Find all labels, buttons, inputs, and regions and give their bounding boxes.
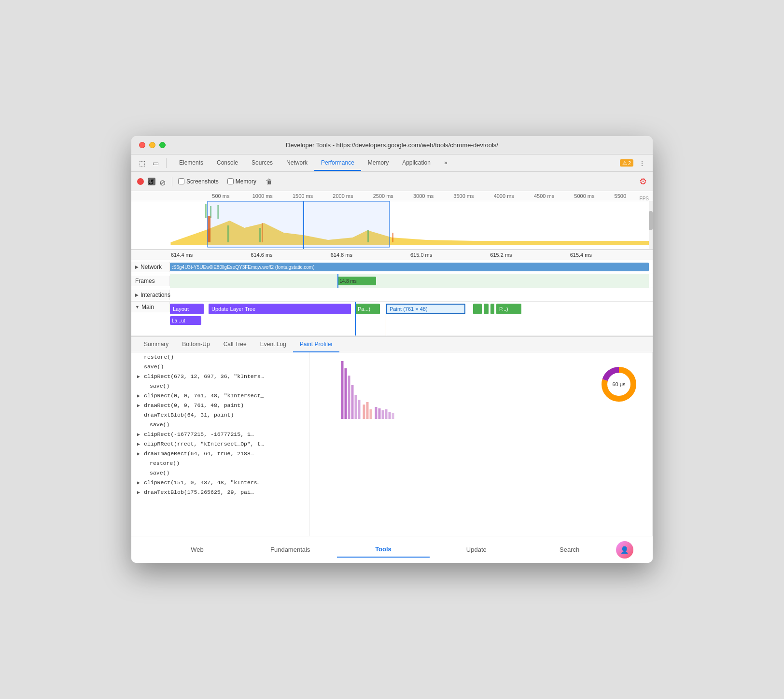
devtools-window: Developer Tools - https://developers.goo… [131,136,653,563]
network-bar-text: :S6g4U3t-Y5UEw0lE80llgEseQY3FEmqw.woff2 … [172,265,315,270]
nav-search[interactable]: Search [523,542,616,557]
green-bar-2[interactable] [484,304,489,314]
paint-1-bar[interactable]: Pa...) [355,304,380,314]
layout-sub-bar[interactable]: La...ut [170,316,201,325]
memory-checkbox[interactable] [227,178,234,184]
green-bar-3[interactable] [490,304,494,314]
svg-rect-15 [355,395,357,419]
main-label-text: Main [141,304,154,310]
timeline-svg [131,201,653,250]
update-layer-tree-bar[interactable]: Update Layer Tree [209,304,351,314]
interactions-track-content[interactable] [170,290,649,300]
frames-track-content[interactable]: 14.8 ms [170,274,649,288]
svg-rect-19 [370,409,372,419]
tab-memory[interactable]: Memory [361,155,395,171]
screenshots-label: Screenshots [186,178,219,185]
svg-rect-21 [378,408,381,419]
delete-icon[interactable]: 🗑 [264,177,274,186]
code-item-1[interactable]: save() [131,362,309,372]
tab-application[interactable]: Application [395,155,437,171]
user-avatar[interactable]: 👤 [616,541,633,559]
nav-fundamentals[interactable]: Fundamentals [244,542,337,557]
record-button[interactable] [137,178,144,185]
nav-tabs: Elements Console Sources Network Perform… [172,155,616,171]
code-item-4[interactable]: ▶ clipRect(0, 0, 761, 48, "kIntersect_ [131,391,309,401]
code-item-3[interactable]: save() [131,381,309,391]
nav-tools[interactable]: Tools [337,542,430,558]
inspect-icon[interactable]: ⬚ [137,158,147,168]
tab-paint-profiler[interactable]: Paint Profiler [293,337,340,352]
reload-record-button[interactable]: ↺ [148,178,155,185]
code-item-2[interactable]: ▶ clipRect(673, 12, 697, 36, "kInters… [131,372,309,381]
timeline-scrollbar[interactable] [649,201,653,249]
timeline-overview[interactable] [131,201,653,250]
svg-rect-14 [351,385,354,419]
paint-2-text: P...) [499,306,508,312]
tab-event-log[interactable]: Event Log [253,337,293,352]
network-track-content[interactable]: :S6g4U3t-Y5UEw0lE80llgEseQY3FEmqw.woff2 … [170,260,649,274]
code-item-7[interactable]: save() [131,420,309,430]
paint-detail-bar[interactable]: Paint (761 × 48) [386,304,465,314]
svg-rect-11 [341,361,344,419]
device-icon[interactable]: ▭ [151,158,160,168]
layout-bar[interactable]: Layout [170,304,204,314]
settings-icon[interactable]: ⚙ [639,176,647,187]
nav-web[interactable]: Web [151,542,244,557]
ruler-mark-5: 2500 ms [371,193,411,199]
code-item-11[interactable]: restore() [131,459,309,468]
tab-summary[interactable]: Summary [137,337,175,352]
scrollbar-thumb[interactable] [649,211,653,230]
code-item-12[interactable]: save() [131,468,309,478]
ruler2-mark-0: 614.4 ms [170,252,250,258]
fps-label: FPS [640,196,649,201]
code-text-8: clipRect(-16777215, -16777215, 1… [144,431,254,437]
frames-track-label: Frames [131,276,170,286]
warning-icon: ⚠ [622,160,627,166]
screenshots-checkbox[interactable] [178,178,184,184]
code-text-7: save() [150,421,169,428]
tab-more[interactable]: » [437,155,454,171]
donut-chart: 60 μs [600,365,638,404]
code-item-8[interactable]: ▶ clipRect(-16777215, -16777215, 1… [131,430,309,439]
ruler-mark-8: 4000 ms [492,193,532,199]
tab-bottom-up[interactable]: Bottom-Up [175,337,216,352]
warning-badge[interactable]: ⚠ 2 [620,159,633,167]
close-button[interactable] [139,142,145,148]
nav-update[interactable]: Update [430,542,523,557]
code-item-13[interactable]: ▶ clipRect(151, 0, 437, 48, "kInters… [131,478,309,488]
code-item-6[interactable]: drawTextBlob(64, 31, paint) [131,410,309,420]
code-item-0[interactable]: restore() [131,352,309,362]
panel-tabs: Summary Bottom-Up Call Tree Event Log Pa… [131,337,653,352]
tab-console[interactable]: Console [210,155,245,171]
ruler2-mark-4: 615.2 ms [489,252,569,258]
code-item-10[interactable]: ▶ drawImageRect(64, 64, true, 2188… [131,449,309,459]
network-expand-icon[interactable]: ▶ [135,265,139,269]
maximize-button[interactable] [159,142,166,148]
ruler-mark-7: 3500 ms [451,193,491,199]
donut-area: 60 μs [590,357,648,411]
tab-elements[interactable]: Elements [172,155,210,171]
paint-detail-text: Paint (761 × 48) [390,306,428,312]
main-expand-icon[interactable]: ▼ [135,305,140,309]
vertical-line-blue [355,302,356,336]
tab-performance[interactable]: Performance [314,155,361,171]
network-track-label: ▶ Network [131,262,170,272]
interactions-expand-icon[interactable]: ▶ [135,293,139,297]
paint-2-bar[interactable]: P...) [496,304,521,314]
green-bar-1[interactable] [473,304,482,314]
main-track-content[interactable]: Layout Update Layer Tree Pa...) Paint (7… [170,302,649,336]
tab-network[interactable]: Network [280,155,314,171]
code-item-9[interactable]: ▶ clipRRect(rrect, "kIntersect_Op", t… [131,439,309,449]
svg-rect-20 [375,407,378,419]
minimize-button[interactable] [149,142,155,148]
code-text-1: save() [144,363,164,370]
code-expand-2: ▶ [137,374,142,379]
tab-sources[interactable]: Sources [245,155,280,171]
code-list[interactable]: restore() save() ▶ clipRect(673, 12, 697… [131,352,310,536]
tab-call-tree[interactable]: Call Tree [217,337,253,352]
ruler2-mark-5: 615.4 ms [569,252,649,258]
clear-button[interactable]: ⊘ [159,178,166,185]
code-item-5[interactable]: ▶ drawRect(0, 0, 761, 48, paint) [131,401,309,410]
code-item-14[interactable]: ▶ drawTextBlob(175.265625, 29, pai… [131,488,309,497]
more-options-icon[interactable]: ⋮ [637,158,647,168]
